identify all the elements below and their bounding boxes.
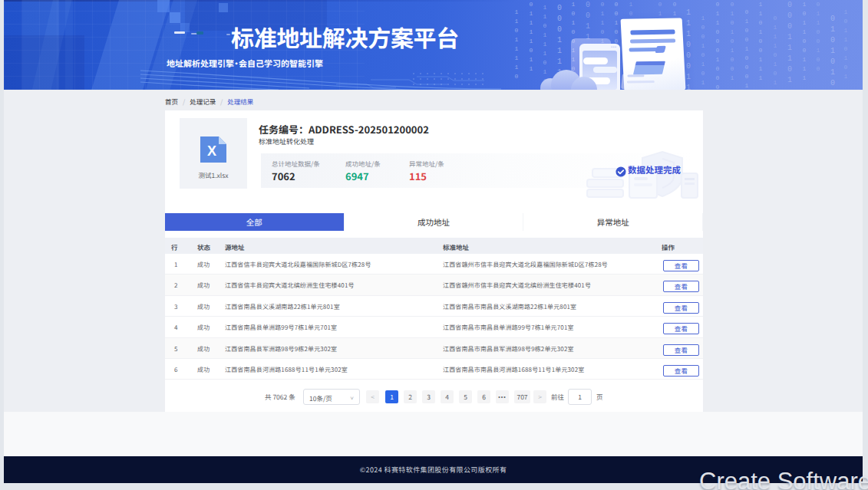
svg-text:X: X: [207, 143, 216, 159]
